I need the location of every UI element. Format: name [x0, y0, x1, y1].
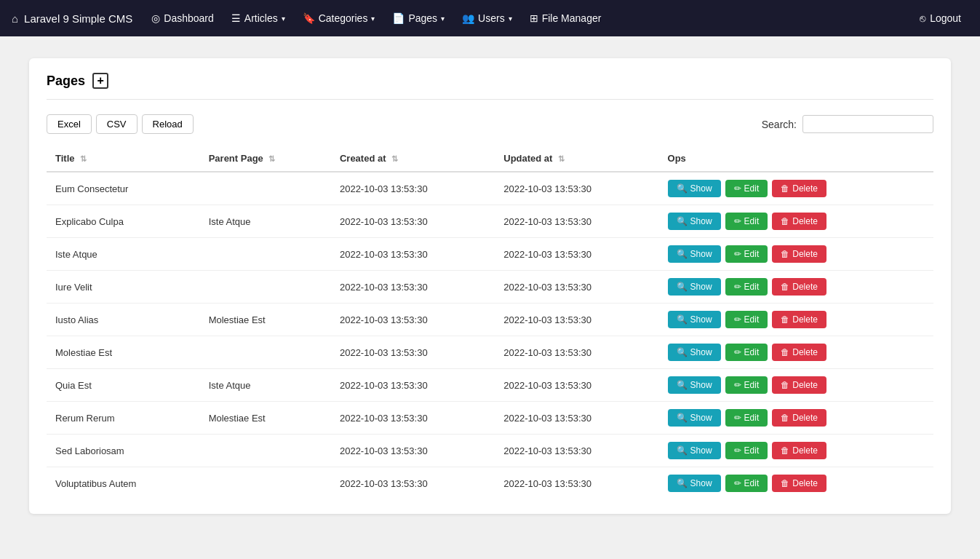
- edit-button[interactable]: ✏ Edit: [725, 344, 768, 361]
- action-buttons: 🔍 Show ✏ Edit 🗑 Delete: [668, 442, 925, 459]
- trash-icon: 🗑: [781, 413, 789, 423]
- edit-button[interactable]: ✏ Edit: [725, 376, 768, 394]
- search-icon: 🔍: [677, 183, 688, 194]
- edit-button[interactable]: ✏ Edit: [725, 213, 768, 230]
- col-parent-page: Parent Page ⇅: [200, 146, 331, 172]
- delete-button[interactable]: 🗑 Delete: [772, 245, 826, 263]
- cell-ops: 🔍 Show ✏ Edit 🗑 Delete: [659, 271, 933, 304]
- edit-button[interactable]: ✏ Edit: [725, 180, 768, 197]
- page-title: Pages: [47, 74, 85, 89]
- cell-updated-at: 2022-10-03 13:53:30: [495, 172, 658, 205]
- cell-created-at: 2022-10-03 13:53:30: [331, 402, 495, 435]
- edit-button[interactable]: ✏ Edit: [725, 442, 768, 459]
- cell-parent-page: Iste Atque: [200, 205, 331, 238]
- edit-icon: ✏: [734, 347, 741, 357]
- cell-title: Iste Atque: [47, 238, 200, 271]
- cell-title: Quia Est: [47, 369, 200, 402]
- cell-title: Eum Consectetur: [47, 172, 200, 205]
- show-button[interactable]: 🔍 Show: [668, 278, 721, 296]
- table-row: Rerum Rerum Molestiae Est 2022-10-03 13:…: [47, 402, 933, 435]
- search-icon: 🔍: [677, 249, 688, 259]
- cell-parent-page: [200, 238, 331, 271]
- delete-button[interactable]: 🗑 Delete: [772, 376, 826, 394]
- nav-item-dashboard[interactable]: ◎ Dashboard: [144, 8, 221, 28]
- nav-label-file-manager: File Manager: [542, 12, 602, 24]
- cell-ops: 🔍 Show ✏ Edit 🗑 Delete: [659, 402, 933, 435]
- delete-button[interactable]: 🗑 Delete: [772, 409, 826, 427]
- delete-button[interactable]: 🗑 Delete: [772, 180, 826, 197]
- col-created-at: Created at ⇅: [331, 146, 495, 172]
- edit-button[interactable]: ✏ Edit: [725, 409, 768, 427]
- cell-title: Rerum Rerum: [47, 402, 200, 435]
- cell-created-at: 2022-10-03 13:53:30: [331, 467, 495, 500]
- cell-ops: 🔍 Show ✏ Edit 🗑 Delete: [659, 238, 933, 271]
- show-button[interactable]: 🔍 Show: [668, 245, 721, 263]
- logout-button[interactable]: ⎋ Logout: [912, 8, 968, 28]
- file-manager-icon: ⊞: [530, 12, 538, 24]
- table-row: Eum Consectetur 2022-10-03 13:53:30 2022…: [47, 172, 933, 205]
- cell-updated-at: 2022-10-03 13:53:30: [495, 435, 658, 467]
- delete-button[interactable]: 🗑 Delete: [772, 311, 826, 328]
- delete-button[interactable]: 🗑 Delete: [772, 278, 826, 296]
- cell-title: Voluptatibus Autem: [47, 467, 200, 500]
- edit-button[interactable]: ✏ Edit: [725, 278, 768, 296]
- show-button[interactable]: 🔍 Show: [668, 475, 721, 492]
- edit-icon: ✏: [734, 282, 741, 292]
- trash-icon: 🗑: [781, 314, 789, 325]
- edit-icon: ✏: [734, 249, 741, 259]
- add-page-button[interactable]: +: [92, 73, 108, 89]
- excel-button[interactable]: Excel: [47, 114, 92, 134]
- articles-icon: ☰: [231, 12, 241, 24]
- show-button[interactable]: 🔍 Show: [668, 311, 721, 328]
- csv-button[interactable]: CSV: [96, 114, 138, 134]
- delete-button[interactable]: 🗑 Delete: [772, 442, 826, 459]
- nav-item-categories[interactable]: 🔖 Categories ▾: [295, 8, 383, 28]
- search-icon: 🔍: [677, 478, 688, 488]
- show-button[interactable]: 🔍 Show: [668, 180, 721, 197]
- edit-button[interactable]: ✏ Edit: [725, 475, 768, 492]
- cell-ops: 🔍 Show ✏ Edit 🗑 Delete: [659, 369, 933, 402]
- nav-item-users[interactable]: 👥 Users ▾: [455, 8, 519, 28]
- show-button[interactable]: 🔍 Show: [668, 442, 721, 459]
- edit-icon: ✏: [734, 445, 741, 456]
- navbar: ⌂ Laravel 9 Simple CMS ◎ Dashboard ☰ Art…: [0, 0, 980, 36]
- action-buttons: 🔍 Show ✏ Edit 🗑 Delete: [668, 213, 925, 230]
- sort-icon-parent[interactable]: ⇅: [268, 154, 275, 163]
- cell-ops: 🔍 Show ✏ Edit 🗑 Delete: [659, 304, 933, 336]
- trash-icon: 🗑: [781, 183, 789, 194]
- nav-item-file-manager[interactable]: ⊞ File Manager: [522, 8, 609, 28]
- cell-parent-page: [200, 336, 331, 369]
- cell-title: Iusto Alias: [47, 304, 200, 336]
- nav-label-categories: Categories: [319, 12, 368, 24]
- cell-updated-at: 2022-10-03 13:53:30: [495, 271, 658, 304]
- action-buttons: 🔍 Show ✏ Edit 🗑 Delete: [668, 278, 925, 296]
- main-content: Pages + Excel CSV Reload Search: Title: [0, 36, 980, 536]
- show-button[interactable]: 🔍 Show: [668, 376, 721, 394]
- reload-button[interactable]: Reload: [142, 114, 194, 134]
- edit-button[interactable]: ✏ Edit: [725, 311, 768, 328]
- edit-button[interactable]: ✏ Edit: [725, 245, 768, 263]
- edit-icon: ✏: [734, 478, 741, 488]
- delete-button[interactable]: 🗑 Delete: [772, 344, 826, 361]
- cell-parent-page: [200, 172, 331, 205]
- show-button[interactable]: 🔍 Show: [668, 213, 721, 230]
- sort-icon-updated[interactable]: ⇅: [558, 154, 565, 163]
- sort-icon-title[interactable]: ⇅: [80, 154, 87, 163]
- cell-updated-at: 2022-10-03 13:53:30: [495, 304, 658, 336]
- nav-label-dashboard: Dashboard: [164, 12, 214, 24]
- cell-title: Iure Velit: [47, 271, 200, 304]
- nav-item-articles[interactable]: ☰ Articles ▾: [224, 8, 292, 28]
- toolbar: Excel CSV Reload Search:: [47, 114, 933, 134]
- show-button[interactable]: 🔍 Show: [668, 344, 721, 361]
- search-input[interactable]: [802, 115, 933, 133]
- search-icon: 🔍: [677, 282, 688, 292]
- delete-button[interactable]: 🗑 Delete: [772, 213, 826, 230]
- delete-button[interactable]: 🗑 Delete: [772, 475, 826, 492]
- dashboard-icon: ◎: [151, 12, 160, 24]
- show-button[interactable]: 🔍 Show: [668, 409, 721, 427]
- sort-icon-created[interactable]: ⇅: [391, 154, 398, 163]
- edit-icon: ✏: [734, 413, 741, 423]
- nav-item-pages[interactable]: 📄 Pages ▾: [385, 8, 452, 28]
- trash-icon: 🗑: [781, 249, 789, 259]
- table-row: Explicabo Culpa Iste Atque 2022-10-03 13…: [47, 205, 933, 238]
